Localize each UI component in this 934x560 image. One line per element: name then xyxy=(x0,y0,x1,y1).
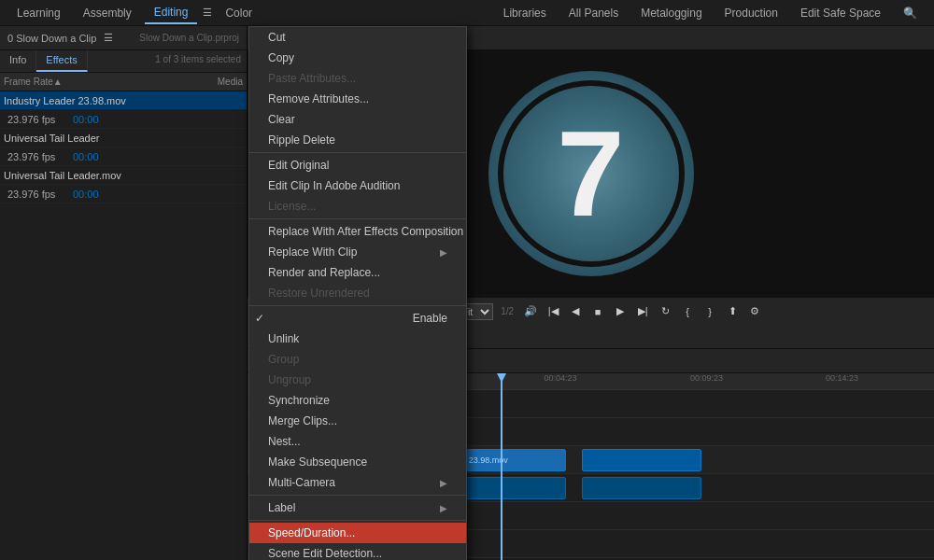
panel-header: 0 Slow Down a Clip ☰ Slow Down a Clip.pr… xyxy=(0,26,247,50)
menu-license: License... xyxy=(249,196,466,217)
editing-icon: ☰ xyxy=(203,7,212,19)
ruler-mark-1: 00:04:23 xyxy=(544,373,576,383)
nav-editing[interactable]: Editing xyxy=(145,2,198,24)
nav-search[interactable]: 🔍 xyxy=(894,3,927,23)
menu-ungroup: Ungroup xyxy=(249,370,466,390)
menu-scene-edit-detection[interactable]: Scene Edit Detection... xyxy=(249,543,466,560)
clip-fps: 23.976 fps xyxy=(7,151,73,162)
nav-edit-safe-space[interactable]: Edit Safe Space xyxy=(791,3,890,23)
check-icon: ✓ xyxy=(255,312,268,325)
step-back-btn[interactable]: |◀ xyxy=(544,303,562,320)
track-row-a1 xyxy=(392,474,934,502)
arrow-icon: ▶ xyxy=(440,247,447,258)
mark-out-btn[interactable]: } xyxy=(700,303,719,320)
track-ruler: 00:00 00:04:23 00:09:23 00:14:23 xyxy=(392,373,934,390)
menu-speed-duration[interactable]: Speed/Duration... xyxy=(249,523,466,543)
menu-divider xyxy=(249,305,466,306)
countdown-number: 7 xyxy=(557,113,624,234)
menu-divider xyxy=(249,495,466,496)
menu-enable[interactable]: ✓Enable xyxy=(249,308,466,329)
clip-tc: 00:00 xyxy=(73,189,129,200)
left-panel: 0 Slow Down a Clip ☰ Slow Down a Clip.pr… xyxy=(0,26,248,560)
panel-icon: ☰ xyxy=(104,32,113,44)
menu-divider xyxy=(249,520,466,521)
menu-multi-camera[interactable]: Multi-Camera▶ xyxy=(249,472,466,493)
clip-tc: 00:00 xyxy=(73,114,129,125)
nav-learning[interactable]: Learning xyxy=(7,3,70,23)
clip-fps: 23.976 fps xyxy=(7,189,73,200)
clip-tc: 00:00 xyxy=(73,151,129,162)
stop-btn[interactable]: ■ xyxy=(588,303,607,320)
settings-btn[interactable]: ⚙ xyxy=(745,303,764,320)
menu-edit-audition[interactable]: Edit Clip In Adobe Audition xyxy=(249,175,466,196)
col-media: Media xyxy=(218,77,243,87)
countdown-graphic: 7 xyxy=(488,71,694,276)
menu-replace-clip[interactable]: Replace With Clip▶ xyxy=(249,242,466,262)
mark-in-btn[interactable]: { xyxy=(678,303,697,320)
clip-row[interactable]: 23.976 fps 00:00 xyxy=(0,110,247,129)
panel-subtitle: Slow Down a Clip.prproj xyxy=(139,33,239,43)
track-row-v2 xyxy=(392,418,934,446)
menu-divider xyxy=(249,152,466,153)
menu-edit-original[interactable]: Edit Original xyxy=(249,155,466,175)
ruler-mark-3: 00:14:23 xyxy=(826,373,858,383)
clip-row[interactable]: Universal Tail Leader.mov xyxy=(0,166,247,185)
top-nav: Learning Assembly Editing ☰ Color Librar… xyxy=(0,0,934,26)
nav-production[interactable]: Production xyxy=(715,3,787,23)
nav-color[interactable]: Color xyxy=(216,3,262,23)
track-row-a3 xyxy=(392,530,934,558)
arrow-icon: ▶ xyxy=(440,478,447,488)
clip-row[interactable]: 23.976 fps 00:00 xyxy=(0,185,247,203)
play-back-btn[interactable]: ◀ xyxy=(566,303,585,320)
menu-ripple-delete[interactable]: Ripple Delete xyxy=(249,130,466,150)
menu-group: Group xyxy=(249,349,466,370)
track-row-v1: Industry Leader 23.98.mov xyxy=(392,446,934,474)
menu-remove-attributes[interactable]: Remove Attributes... xyxy=(249,89,466,109)
nav-all-panels[interactable]: All Panels xyxy=(559,3,628,23)
track-area: 00:00 00:04:23 00:09:23 00:14:23 Industr… xyxy=(392,373,934,560)
clip-name: Universal Tail Leader.mov xyxy=(4,170,243,181)
clip-row[interactable]: Universal Tail Leader xyxy=(0,129,247,147)
nav-assembly[interactable]: Assembly xyxy=(74,3,141,23)
menu-unlink[interactable]: Unlink xyxy=(249,329,466,349)
menu-replace-ae[interactable]: Replace With After Effects Composition xyxy=(249,221,466,242)
menu-make-subsequence[interactable]: Make Subsequence xyxy=(249,452,466,472)
col-frame-rate: Frame Rate xyxy=(4,77,53,87)
timeline-clip-v1-2[interactable] xyxy=(582,449,701,471)
step-fwd-btn[interactable]: ▶| xyxy=(633,303,652,320)
clip-list-header: Frame Rate ▲ Media xyxy=(0,73,247,91)
menu-nest[interactable]: Nest... xyxy=(249,431,466,452)
menu-copy[interactable]: Copy xyxy=(249,48,466,68)
volume-btn[interactable]: 🔊 xyxy=(521,303,540,320)
tab-effects[interactable]: Effects xyxy=(36,50,87,72)
clip-row[interactable]: Industry Leader 23.98.mov xyxy=(0,91,247,110)
timeline-clip-a1-2[interactable] xyxy=(582,477,701,499)
track-row-a2 xyxy=(392,502,934,530)
menu-clear[interactable]: Clear xyxy=(249,109,466,130)
clip-name: Universal Tail Leader xyxy=(4,133,243,144)
menu-render-replace[interactable]: Render and Replace... xyxy=(249,262,466,283)
nav-metalogging[interactable]: Metalogging xyxy=(631,3,711,23)
clip-row[interactable]: 23.976 fps 00:00 xyxy=(0,147,247,166)
loop-btn[interactable]: ↻ xyxy=(656,303,674,320)
context-menu: Cut Copy Paste Attributes... Remove Attr… xyxy=(248,26,467,560)
tab-info[interactable]: Info xyxy=(0,50,36,72)
menu-divider xyxy=(249,218,466,219)
nav-libraries[interactable]: Libraries xyxy=(494,3,556,23)
play-btn[interactable]: ▶ xyxy=(611,303,630,320)
panel-tabs: Info Effects 1 of 3 items selected xyxy=(0,50,247,73)
clip-fps: 23.976 fps xyxy=(7,114,73,125)
selection-info: 1 of 3 items selected xyxy=(149,50,247,72)
sort-icon: ▲ xyxy=(53,77,63,87)
clip-name: Industry Leader 23.98.mov xyxy=(4,95,243,106)
track-row-v3 xyxy=(392,390,934,418)
menu-merge-clips[interactable]: Merge Clips... xyxy=(249,411,466,431)
main-area: 0 Slow Down a Clip ☰ Slow Down a Clip.pr… xyxy=(0,26,934,560)
menu-label[interactable]: Label▶ xyxy=(249,497,466,518)
export-btn[interactable]: ⬆ xyxy=(723,303,742,320)
menu-synchronize[interactable]: Synchronize xyxy=(249,390,466,411)
playhead[interactable] xyxy=(501,373,502,560)
ruler-mark-2: 00:09:23 xyxy=(690,373,723,383)
page-indicator: 1/2 xyxy=(501,306,514,316)
menu-cut[interactable]: Cut xyxy=(249,27,466,48)
